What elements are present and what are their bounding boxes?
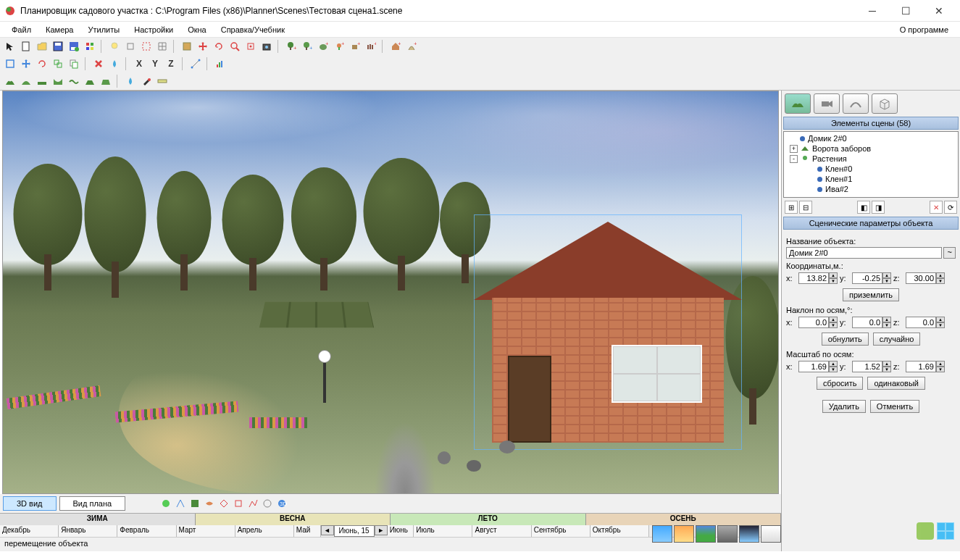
coord-x-down[interactable]: ▼: [829, 278, 838, 284]
flowerbed[interactable]: [7, 385, 101, 409]
tool-light[interactable]: [107, 39, 122, 54]
menu-camera[interactable]: Камера: [38, 23, 80, 36]
sky-thumb-2[interactable]: [674, 525, 694, 543]
tool-new[interactable]: [19, 39, 33, 54]
tool-toggle1[interactable]: [123, 39, 138, 54]
axis-x[interactable]: X: [132, 57, 146, 71]
menu-help[interactable]: Справка/Учебник: [214, 23, 292, 36]
menu-file[interactable]: Файл: [4, 23, 38, 36]
scale-same-button[interactable]: одинаковый: [867, 377, 925, 390]
tree-tool-5[interactable]: ✕: [930, 201, 943, 214]
season-winter[interactable]: ЗИМА: [0, 514, 196, 525]
month-oct[interactable]: Сентябрь: [532, 525, 590, 537]
delete-button[interactable]: Удалить: [822, 400, 866, 413]
scene-tree[interactable]: Домик 2#0 +Ворота заборов -Растения Клен…: [783, 131, 959, 198]
rock[interactable]: [499, 440, 515, 454]
tool-add-path[interactable]: +: [404, 39, 419, 54]
flowerbed[interactable]: [249, 417, 307, 428]
cobble-path[interactable]: [336, 377, 474, 493]
coord-y-up[interactable]: ▲: [882, 272, 891, 278]
tilt-x-input[interactable]: [798, 317, 829, 328]
terrain-valley[interactable]: [51, 74, 65, 88]
tool-select-arrow[interactable]: [3, 39, 17, 54]
sky-thumb-5[interactable]: [739, 525, 759, 543]
tool-ruler[interactable]: [155, 74, 170, 88]
tree-item-maple1[interactable]: Клен#1: [785, 174, 956, 184]
tool-add-flower[interactable]: +: [332, 39, 346, 54]
tool-open[interactable]: [35, 39, 49, 54]
3d-viewport[interactable]: [2, 91, 779, 494]
menu-settings[interactable]: Настройки: [127, 23, 180, 36]
month-apr[interactable]: Апрель: [235, 525, 294, 537]
tool-water2[interactable]: [123, 74, 138, 88]
coord-z-up[interactable]: ▲: [936, 272, 945, 278]
month-dec[interactable]: Декабрь: [0, 525, 59, 537]
view-tool-6[interactable]: [233, 498, 244, 509]
terrain-smooth[interactable]: [67, 74, 81, 88]
tree-tool-1[interactable]: ⊞: [785, 201, 798, 214]
tool-add-tree1[interactable]: +: [284, 39, 299, 54]
axis-y[interactable]: Y: [148, 57, 162, 71]
scale-reset-button[interactable]: сбросить: [817, 377, 863, 390]
tool-add-house[interactable]: +: [388, 39, 403, 54]
tool-delete[interactable]: [91, 57, 106, 71]
coord-z-down[interactable]: ▼: [936, 278, 945, 284]
tilt-reset-button[interactable]: обнулить: [822, 333, 869, 346]
tree-object[interactable]: [155, 167, 213, 291]
tool-fullscreen[interactable]: [180, 39, 194, 54]
sky-thumb-4[interactable]: [717, 525, 738, 543]
scale-y-input[interactable]: [852, 361, 882, 372]
tree-object[interactable]: [83, 153, 148, 298]
tool-target[interactable]: [243, 39, 258, 54]
menu-about[interactable]: О программе: [893, 23, 956, 36]
window-maximize-button[interactable]: ☐: [889, 0, 922, 22]
garden-beds[interactable]: [259, 302, 374, 327]
tilt-random-button[interactable]: случайно: [873, 333, 921, 346]
window-minimize-button[interactable]: ─: [856, 0, 889, 22]
tree-object[interactable]: [12, 160, 84, 291]
date-prev[interactable]: ◄: [321, 525, 334, 535]
cancel-button[interactable]: Отменить: [870, 400, 919, 413]
month-aug[interactable]: Июль: [414, 525, 472, 537]
tree-tool-2[interactable]: ⊟: [799, 201, 812, 214]
tool-move2[interactable]: [19, 57, 33, 71]
scale-x-input[interactable]: [798, 361, 829, 372]
tab-3d-view[interactable]: 3D вид: [3, 496, 57, 511]
tree-tool-6[interactable]: ⟳: [944, 201, 957, 214]
coord-y-down[interactable]: ▼: [882, 278, 891, 284]
house-object-selected[interactable]: [481, 236, 735, 446]
axis-z[interactable]: Z: [164, 57, 178, 71]
panel-tab-camera[interactable]: [814, 93, 840, 114]
coord-y-input[interactable]: [852, 272, 882, 284]
ground-button[interactable]: приземлить: [843, 288, 899, 301]
window-close-button[interactable]: ✕: [922, 0, 956, 22]
tool-add-fence[interactable]: +: [364, 39, 378, 54]
view-tool-5[interactable]: [218, 498, 230, 509]
season-spring[interactable]: ВЕСНА: [196, 514, 391, 525]
tool-scale2[interactable]: [51, 57, 65, 71]
terrain-hill1[interactable]: [3, 74, 17, 88]
tool-settings[interactable]: [83, 39, 97, 54]
view-tool-8[interactable]: [262, 498, 273, 509]
tilt-y-input[interactable]: [852, 317, 882, 328]
coord-z-input[interactable]: [906, 272, 936, 284]
tool-grid[interactable]: [155, 39, 170, 54]
name-menu-button[interactable]: ~: [943, 247, 956, 259]
tree-item-willow2[interactable]: Ива#2: [785, 184, 956, 194]
month-jul[interactable]: Июнь: [388, 525, 414, 537]
month-jan[interactable]: Январь: [59, 525, 117, 537]
tool-select-bbox[interactable]: [3, 57, 17, 71]
tool-move[interactable]: [196, 39, 210, 54]
rock[interactable]: [467, 460, 481, 472]
tool-zoom[interactable]: [228, 39, 242, 54]
tree-object[interactable]: [220, 175, 285, 291]
view-tool-2[interactable]: [175, 498, 186, 509]
tree-item-maple0[interactable]: Клен#0: [785, 164, 956, 174]
object-name-input[interactable]: [786, 247, 942, 259]
tree-item-plants[interactable]: -Растения: [785, 154, 956, 164]
tool-measure[interactable]: [188, 57, 203, 71]
month-mar[interactable]: Март: [177, 525, 235, 537]
view-tool-1[interactable]: [160, 498, 172, 509]
terrain-plateau[interactable]: [99, 74, 113, 88]
scale-z-input[interactable]: [906, 361, 936, 372]
